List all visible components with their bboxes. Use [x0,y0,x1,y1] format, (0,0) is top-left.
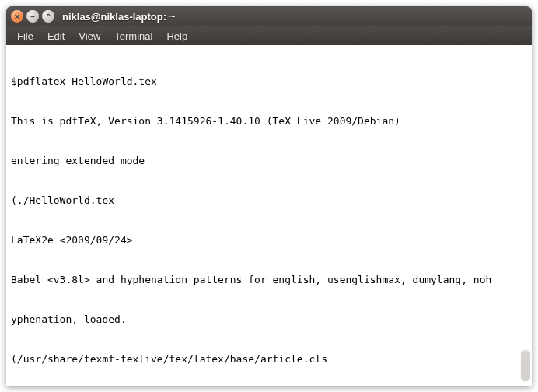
output-line: (/usr/share/texmf-texlive/tex/latex/base… [11,352,527,366]
menu-edit[interactable]: Edit [41,29,71,44]
output-line: (./HelloWorld.tex [11,194,527,207]
maximize-glyph: ⌃ [45,12,51,21]
titlebar[interactable]: ✕ – ⌃ niklas@niklas-laptop: ~ [6,6,532,26]
output-line: This is pdfTeX, Version 3.1415926-1.40.1… [11,114,527,128]
output-line: LaTeX2e <2009/09/24> [11,233,527,247]
maximize-icon[interactable]: ⌃ [42,10,54,23]
output-line: entering extended mode [11,154,527,167]
prompt: $ [11,75,17,87]
close-icon[interactable]: ✕ [11,10,23,23]
close-glyph: ✕ [14,12,20,21]
menu-help[interactable]: Help [160,29,194,44]
terminal-area[interactable]: $pdflatex HelloWorld.tex This is pdfTeX,… [6,45,532,386]
command-text: pdflatex HelloWorld.tex [17,75,157,87]
output-line: yphenation, loaded. [11,313,527,326]
command-line: $pdflatex HelloWorld.tex [11,75,527,88]
menu-terminal[interactable]: Terminal [108,29,159,44]
minimize-glyph: – [30,12,35,21]
menu-view[interactable]: View [72,29,107,44]
window-title: niklas@niklas-laptop: ~ [62,11,175,23]
terminal-window: ✕ – ⌃ niklas@niklas-laptop: ~ File Edit … [6,6,532,386]
minimize-icon[interactable]: – [26,10,39,23]
menubar: File Edit View Terminal Help [6,26,532,45]
menu-file[interactable]: File [11,29,40,44]
output-line: Babel <v3.8l> and hyphenation patterns f… [11,273,527,286]
scrollbar-thumb[interactable] [521,350,530,381]
